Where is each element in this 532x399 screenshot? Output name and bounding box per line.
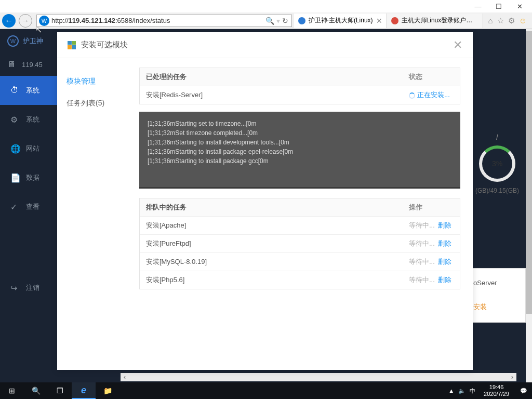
tray-ime-icon[interactable]: 中 [470,387,475,395]
modal-content: 已处理的任务 状态 安装[Redis-Server] 正在安装... [1;31… [139,58,473,370]
taskbar-clock[interactable]: 19:46 2020/7/29 [480,384,513,397]
tab-close-icon[interactable]: ✕ [376,17,382,25]
app-sidebar: W 护卫神 🖥 119.45 ⏱系统 ⚙系统 🌐网站 📄数据 ✓查看 ↪注销 [0,29,57,382]
modal-close-button[interactable]: ✕ [453,38,462,52]
modal-header: 安装可选模块 ✕ [57,32,473,58]
delete-button[interactable]: 删除 [438,258,451,265]
delete-button[interactable]: 删除 [438,240,451,247]
app-brand: W 护卫神 [0,29,57,53]
usage-percent: 3% [492,159,502,168]
status-waiting: 等待中... [409,221,435,229]
window-maximize[interactable]: ☐ [488,1,509,12]
install-link[interactable]: 安装 [473,302,521,312]
taskbar: ⊞ 🔍 ❐ e 📁 ▲ 🔈 中 19:46 2020/7/29 💬 [0,382,532,399]
tools-icon[interactable]: ⚙ [508,16,515,25]
task-name: 安装[PureFtpd] [140,235,403,252]
queued-tasks-table: 排队中的任务 操作 安装[Apache] 等待中...删除 安装[PureFtp… [139,198,460,289]
status-waiting: 等待中... [409,258,435,265]
status-waiting: 等待中... [409,276,435,284]
sidebar-item-settings[interactable]: ⚙系统 [0,105,57,134]
table-row: 安装[Apache] 等待中...删除 [140,217,460,235]
delete-button[interactable]: 删除 [438,221,451,229]
vertical-scrollbar[interactable] [526,29,532,382]
table-row: 安装[Redis-Server] 正在安装... [140,86,460,104]
address-bar[interactable]: W http://119.45.121.142:6588/index/statu… [36,15,292,27]
col-task: 已处理的任务 [140,68,403,86]
disk-usage-widget: / 3% (GB)/49.15(GB) [469,133,526,194]
tray-volume-icon[interactable]: 🔈 [458,388,466,394]
smiley-icon[interactable]: ☺ [519,16,527,25]
tray-up-icon[interactable]: ▲ [448,388,454,394]
col-task: 排队中的任务 [140,198,403,216]
log-line: [1;31;32mSet timezone completed...[0m [148,128,452,138]
system-tray: ▲ 🔈 中 19:46 2020/7/29 💬 [448,384,532,397]
delete-button[interactable]: 删除 [438,276,451,284]
logout-icon: ↪ [10,283,20,293]
taskbar-search-icon[interactable]: 🔍 [24,382,48,399]
site-favicon-icon: W [39,16,49,26]
log-line: [1;31;36mStarting to install development… [148,138,452,147]
install-log-terminal: [1;31;36mStarting set to timezone...[0m … [139,112,460,189]
clipboard-icon: ✓ [10,202,20,212]
document-icon: 📄 [10,173,20,183]
nav-forward-button[interactable]: → [19,14,32,28]
scroll-right-icon[interactable]: › [508,374,516,381]
clock-time: 19:46 [484,384,509,391]
nav-back-button[interactable]: ← [2,14,16,28]
clock-date: 2020/7/29 [484,391,509,397]
modal-logo-icon [68,41,76,49]
task-status: 正在安装... [403,86,460,104]
table-row: 安装[Php5.6] 等待中...删除 [140,271,460,289]
server-ip: 🖥 119.45 [0,53,57,76]
favorites-icon[interactable]: ☆ [497,16,504,25]
log-line: [1;31;36mStarting to install package epe… [148,147,452,156]
window-titlebar: — ☐ ✕ [0,0,532,12]
usage-ring-icon: 3% [479,145,515,182]
window-close[interactable]: ✕ [509,1,530,12]
modal-sidebar: 模块管理 任务列表(5) [57,58,139,370]
notification-icon[interactable]: 💬 [517,384,530,397]
tab-label: 主机大师Linux登录账户密码... [402,16,478,25]
sidebar-item-system[interactable]: ⏱系统 [0,76,57,105]
sidebar-item-web[interactable]: 🌐网站 [0,134,57,163]
table-row: 安装[PureFtpd] 等待中...删除 [140,235,460,253]
tab-label: 护卫神·主机大师(Linux) [309,16,373,25]
taskbar-explorer-icon[interactable]: 📁 [96,382,119,399]
brand-text: 护卫神 [23,36,43,46]
horizontal-scrollbar[interactable]: ‹› [121,373,516,381]
modal-tab-modules[interactable]: 模块管理 [57,71,139,92]
disk-size: (GB)/49.15(GB) [469,187,526,194]
taskbar-ie-icon[interactable]: e [72,382,96,399]
url-text: http://119.45.121.142:6588/index/status [51,17,262,24]
server-card: oServer 安装 [469,268,526,323]
col-status: 状态 [403,68,460,86]
task-view-icon[interactable]: ❐ [48,382,72,399]
window-minimize[interactable]: — [468,1,488,12]
tab-favicon-icon [391,17,398,24]
sidebar-item-data[interactable]: 📄数据 [0,163,57,192]
install-modules-modal: 安装可选模块 ✕ 模块管理 任务列表(5) 已处理的任务 状态 安装[Redis… [57,32,473,370]
sidebar-item-logout[interactable]: ↪注销 [0,273,57,302]
status-waiting: 等待中... [409,240,435,247]
table-row: 安装[MySQL-8.0.19] 等待中...删除 [140,253,460,271]
sidebar-item-check[interactable]: ✓查看 [0,192,57,221]
monitor-icon: 🖥 [7,60,17,69]
task-name: 安装[Apache] [140,217,403,234]
modal-tab-tasks[interactable]: 任务列表(5) [57,92,139,114]
tab-2[interactable]: 主机大师Linux登录账户密码... [387,14,483,28]
gear-icon: ⚙ [10,115,20,125]
log-line: [1;31;36mStarting to install package gcc… [148,156,452,166]
modal-title: 安装可选模块 [81,40,453,50]
start-button[interactable]: ⊞ [0,382,24,399]
home-icon[interactable]: ⌂ [488,16,493,25]
tab-favicon-icon [298,17,305,24]
search-icon[interactable]: 🔍 [265,17,274,25]
server-name: oServer [473,279,521,287]
scroll-left-icon[interactable]: ‹ [121,374,129,381]
col-action: 操作 [403,198,460,216]
tab-strip: 护卫神·主机大师(Linux) ✕ 主机大师Linux登录账户密码... [294,13,483,29]
refresh-icon[interactable]: ↻ [282,17,288,25]
tab-1[interactable]: 护卫神·主机大师(Linux) ✕ [294,14,387,28]
browser-toolbar: ← → W http://119.45.121.142:6588/index/s… [0,12,532,29]
brand-shield-icon: W [7,35,19,47]
